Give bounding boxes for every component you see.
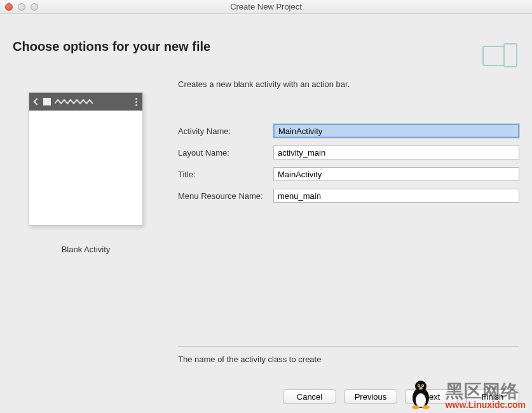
titlebar: Create New Project: [0, 0, 532, 14]
row-activity-name: Activity Name:: [178, 124, 519, 138]
svg-point-11: [422, 405, 430, 409]
content: Blank Activity Creates a new blank activ…: [0, 60, 532, 254]
divider: [178, 346, 519, 347]
device-icon: [482, 43, 518, 68]
back-icon: [33, 98, 40, 105]
previous-button[interactable]: Previous: [344, 389, 397, 403]
svg-point-10: [412, 405, 419, 409]
preview-actionbar: [29, 93, 142, 111]
page-title: Choose options for your new file: [13, 39, 519, 54]
label-menu-resource: Menu Resource Name:: [178, 191, 273, 201]
header: Choose options for your new file: [0, 14, 532, 60]
app-icon: [43, 98, 51, 105]
preview-label: Blank Activity: [62, 245, 111, 254]
label-layout-name: Layout Name:: [178, 148, 273, 158]
footer: The name of the activity class to create…: [178, 346, 519, 403]
finish-button[interactable]: Finish: [466, 389, 519, 403]
svg-rect-1: [504, 44, 517, 67]
activity-preview: [29, 92, 143, 226]
input-title[interactable]: [273, 167, 519, 181]
input-menu-resource[interactable]: [273, 189, 519, 203]
cancel-button[interactable]: Cancel: [283, 389, 336, 403]
label-activity-name: Activity Name:: [178, 126, 273, 136]
form-description: Creates a new blank activity with an act…: [178, 79, 519, 89]
label-title: Title:: [178, 170, 273, 179]
overflow-menu-icon: [135, 98, 137, 106]
input-activity-name[interactable]: [273, 124, 519, 138]
button-row: Cancel Previous Next Finish: [178, 389, 519, 403]
input-layout-name[interactable]: [273, 146, 519, 159]
row-menu-resource: Menu Resource Name:: [178, 189, 519, 203]
row-layout-name: Layout Name:: [178, 146, 519, 159]
preview-column: Blank Activity: [13, 79, 159, 254]
title-placeholder-icon: [55, 98, 93, 105]
window-title: Create New Project: [0, 2, 532, 11]
hint-text: The name of the activity class to create: [178, 355, 519, 364]
row-title: Title:: [178, 167, 519, 181]
next-button[interactable]: Next: [405, 389, 458, 403]
form-column: Creates a new blank activity with an act…: [178, 79, 519, 254]
